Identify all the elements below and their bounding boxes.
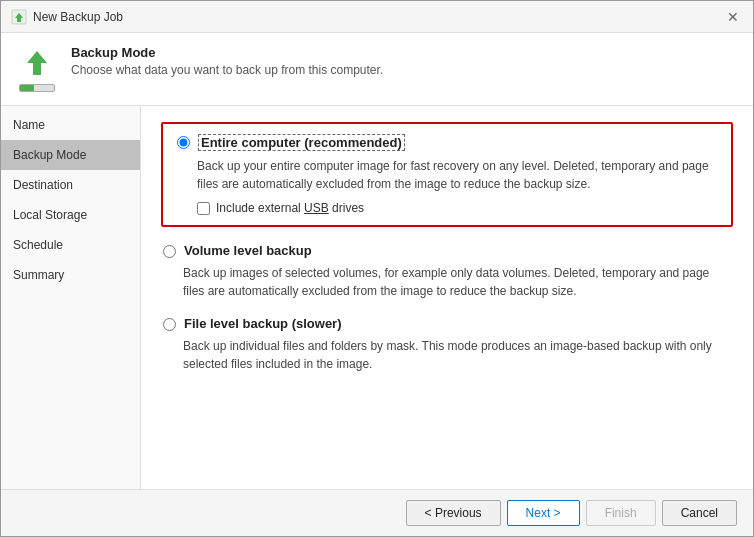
progress-indicator — [19, 84, 55, 92]
svg-marker-2 — [27, 51, 47, 75]
entire-computer-desc: Back up your entire computer image for f… — [197, 157, 717, 193]
finish-button[interactable]: Finish — [586, 500, 656, 526]
entire-computer-option-box: Entire computer (recommended) Back up yo… — [161, 122, 733, 227]
file-level-option: File level backup (slower) Back up indiv… — [161, 316, 733, 373]
include-usb-checkbox[interactable] — [197, 202, 210, 215]
volume-level-option: Volume level backup Back up images of se… — [161, 243, 733, 300]
next-button[interactable]: Next > — [507, 500, 580, 526]
title-bar-left: New Backup Job — [11, 9, 123, 25]
entire-computer-row: Entire computer (recommended) — [177, 134, 717, 151]
title-bar: New Backup Job ✕ — [1, 1, 753, 33]
file-level-desc: Back up individual files and folders by … — [183, 337, 731, 373]
file-level-row: File level backup (slower) — [163, 316, 731, 331]
window-icon — [11, 9, 27, 25]
sidebar-item-local-storage[interactable]: Local Storage — [1, 200, 140, 230]
main-content: Entire computer (recommended) Back up yo… — [141, 106, 753, 489]
volume-level-radio[interactable] — [163, 245, 176, 258]
backup-mode-icon — [19, 45, 55, 81]
cancel-button[interactable]: Cancel — [662, 500, 737, 526]
header-area: Backup Mode Choose what data you want to… — [1, 33, 753, 106]
close-button[interactable]: ✕ — [723, 7, 743, 27]
include-usb-label[interactable]: Include external USB drives — [216, 201, 364, 215]
content-area: Name Backup Mode Destination Local Stora… — [1, 106, 753, 489]
previous-button[interactable]: < Previous — [406, 500, 501, 526]
header-description: Choose what data you want to back up fro… — [71, 63, 383, 77]
usb-checkbox-row: Include external USB drives — [197, 201, 717, 215]
sidebar-item-schedule[interactable]: Schedule — [1, 230, 140, 260]
window-title: New Backup Job — [33, 10, 123, 24]
volume-level-row: Volume level backup — [163, 243, 731, 258]
sidebar-item-backup-mode[interactable]: Backup Mode — [1, 140, 140, 170]
header-title: Backup Mode — [71, 45, 383, 60]
footer: < Previous Next > Finish Cancel — [1, 489, 753, 536]
sidebar-item-name[interactable]: Name — [1, 110, 140, 140]
file-level-label[interactable]: File level backup (slower) — [184, 316, 342, 331]
volume-level-desc: Back up images of selected volumes, for … — [183, 264, 731, 300]
entire-computer-label[interactable]: Entire computer (recommended) — [198, 134, 405, 151]
header-icon-area — [17, 45, 57, 95]
header-text: Backup Mode Choose what data you want to… — [71, 45, 383, 77]
sidebar-item-destination[interactable]: Destination — [1, 170, 140, 200]
volume-level-label[interactable]: Volume level backup — [184, 243, 312, 258]
main-window: New Backup Job ✕ Backup Mode Choose what… — [0, 0, 754, 537]
file-level-radio[interactable] — [163, 318, 176, 331]
entire-computer-radio[interactable] — [177, 136, 190, 149]
sidebar-item-summary[interactable]: Summary — [1, 260, 140, 290]
sidebar: Name Backup Mode Destination Local Stora… — [1, 106, 141, 489]
